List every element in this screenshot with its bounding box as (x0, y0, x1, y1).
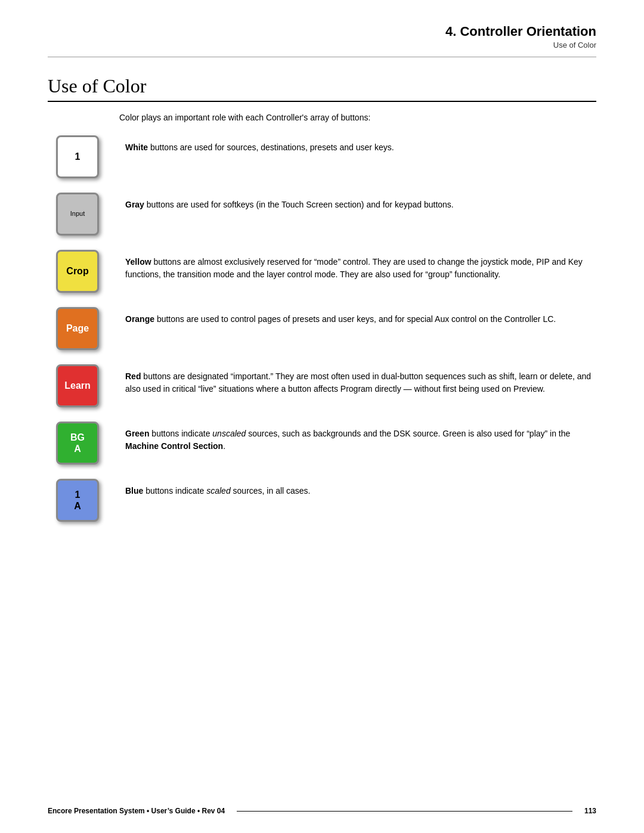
green-bold-label: Green (125, 429, 149, 438)
white-bold-label: White (125, 143, 148, 152)
orange-bold-label: Orange (125, 314, 154, 324)
green-italic-text: unscaled (212, 429, 246, 438)
gray-button: Input (56, 193, 99, 236)
red-desc-text: buttons are designated “important.” They… (125, 371, 591, 394)
footer-left-text: Encore Presentation System • User’s Guid… (48, 807, 225, 815)
gray-bold-label: Gray (125, 200, 144, 209)
main-content: Use of Color Color plays an important ro… (0, 57, 644, 572)
blue-button-description: Blue buttons indicate scaled sources, in… (125, 479, 596, 497)
white-button-description: White buttons are used for sources, dest… (125, 135, 596, 154)
gray-button-label: Input (70, 210, 85, 218)
orange-button-description: Orange buttons are used to control pages… (125, 307, 596, 326)
footer-rule (237, 811, 572, 812)
blue-bold-label: Blue (125, 486, 143, 496)
button-row-yellow: Crop Yellow buttons are almost exclusive… (48, 250, 596, 293)
page-container: 4. Controller Orientation Use of Color U… (0, 0, 644, 833)
blue-italic-text: scaled (206, 486, 230, 496)
red-bold-label: Red (125, 371, 141, 381)
button-img-green: BGA (48, 422, 107, 465)
section-subtitle: Use of Color (48, 41, 596, 49)
green-button-description: Green buttons indicate unscaled sources,… (125, 422, 596, 453)
button-row-blue: 1A Blue buttons indicate scaled sources,… (48, 479, 596, 522)
button-row-green: BGA Green buttons indicate unscaled sour… (48, 422, 596, 465)
white-desc-text: buttons are used for sources, destinatio… (148, 143, 394, 152)
green-desc-text-1: buttons indicate (149, 429, 212, 438)
blue-button: 1A (56, 479, 99, 522)
button-row-gray: Input Gray buttons are used for softkeys… (48, 193, 596, 236)
button-img-blue: 1A (48, 479, 107, 522)
gray-button-description: Gray buttons are used for softkeys (in t… (125, 193, 596, 211)
button-img-yellow: Crop (48, 250, 107, 293)
page-footer: Encore Presentation System • User’s Guid… (0, 807, 644, 815)
chapter-title: 4. Controller Orientation (48, 24, 596, 39)
orange-button: Page (56, 307, 99, 350)
red-button: Learn (56, 364, 99, 407)
intro-text: Color plays an important role with each … (119, 113, 596, 122)
yellow-button: Crop (56, 250, 99, 293)
button-row-white: 1 White buttons are used for sources, de… (48, 135, 596, 178)
yellow-desc-text: buttons are almost exclusively reserved … (125, 257, 583, 279)
yellow-button-label: Crop (66, 265, 88, 277)
white-button-label: 1 (75, 151, 80, 162)
yellow-bold-label: Yellow (125, 257, 151, 267)
button-row-orange: Page Orange buttons are used to control … (48, 307, 596, 350)
button-img-white: 1 (48, 135, 107, 178)
red-button-description: Red buttons are designated “important.” … (125, 364, 596, 395)
red-button-label: Learn (64, 380, 91, 391)
gray-desc-text: buttons are used for softkeys (in the To… (144, 200, 454, 209)
button-img-gray: Input (48, 193, 107, 236)
green-desc-text-3: . (223, 441, 225, 451)
yellow-button-description: Yellow buttons are almost exclusively re… (125, 250, 596, 281)
orange-desc-text: buttons are used to control pages of pre… (154, 314, 556, 324)
green-button: BGA (56, 422, 99, 465)
button-img-red: Learn (48, 364, 107, 407)
page-header: 4. Controller Orientation Use of Color (0, 0, 644, 52)
page-heading: Use of Color (48, 75, 596, 102)
button-row-red: Learn Red buttons are designated “import… (48, 364, 596, 407)
orange-button-label: Page (66, 323, 89, 334)
white-button: 1 (56, 135, 99, 178)
green-desc-text-2: sources, such as backgrounds and the DSK… (246, 429, 570, 438)
green-button-label: BGA (70, 432, 85, 454)
button-img-orange: Page (48, 307, 107, 350)
blue-desc-text-1: buttons indicate (143, 486, 206, 496)
green-bold-2: Machine Control Section (125, 441, 223, 451)
footer-page-number: 113 (584, 807, 596, 815)
blue-button-label: 1A (74, 489, 81, 512)
blue-desc-text-2: sources, in all cases. (231, 486, 311, 496)
